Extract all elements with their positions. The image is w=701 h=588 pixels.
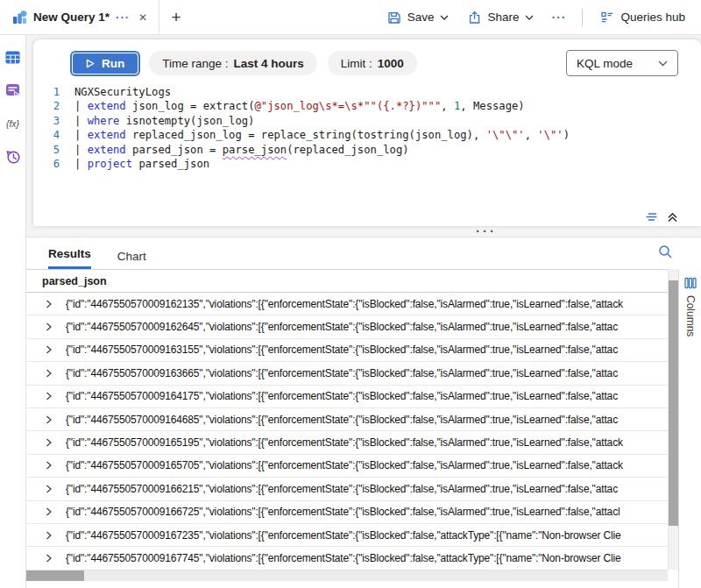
table-row[interactable]: {"id":"4467550570009162135","violations"…: [26, 293, 668, 315]
code-text: | where isnotempty(json_log): [74, 114, 254, 128]
expand-row-icon[interactable]: [45, 485, 53, 493]
time-range-value: Last 4 hours: [234, 57, 304, 70]
code-text: NGXSecurityLogs: [74, 85, 171, 99]
table-row[interactable]: {"id":"4467550570009167745","violations"…: [26, 547, 668, 570]
line-number: 4: [33, 128, 60, 142]
table-row[interactable]: {"id":"4467550570009165705","violations"…: [26, 455, 668, 478]
search-icon[interactable]: [658, 244, 673, 259]
code-line[interactable]: 3| where isnotempty(json_log): [33, 114, 692, 128]
expand-row-icon[interactable]: [45, 438, 53, 447]
queries-hub-label: Queries hub: [620, 11, 685, 24]
table-row[interactable]: {"id":"4467550570009165195","violations"…: [26, 431, 668, 454]
functions-glyph: {fx}: [6, 118, 19, 129]
expand-row-icon[interactable]: [45, 461, 53, 470]
code-line[interactable]: 5| extend parsed_json = parse_json(repla…: [33, 143, 692, 157]
query-tab[interactable]: New Query 1* ··· ✕: [0, 0, 159, 34]
tab-title: New Query 1*: [33, 11, 110, 24]
horizontal-scrollbar[interactable]: [26, 570, 668, 581]
tab-results[interactable]: Results: [48, 237, 91, 269]
query-editor-card: Run Time range : Last 4 hours Limit : 10…: [33, 39, 701, 226]
new-tab-button[interactable]: +: [159, 0, 193, 34]
expand-row-icon[interactable]: [45, 554, 53, 563]
columns-panel-tab[interactable]: Columns: [678, 269, 701, 588]
line-number: 3: [33, 114, 60, 128]
code-text: | project parsed_json: [74, 157, 209, 171]
row-json-text: {"id":"4467550570009164685","violations"…: [66, 414, 618, 426]
row-json-text: {"id":"4467550570009162645","violations"…: [66, 321, 618, 333]
more-commands-button[interactable]: ···: [544, 5, 573, 30]
kql-mode-value: KQL mode: [577, 57, 633, 70]
editor-footer-icons: [645, 211, 678, 223]
table-row[interactable]: {"id":"4467550570009163665","violations"…: [26, 362, 668, 385]
tables-icon[interactable]: [4, 47, 23, 67]
queries-hub-icon: [600, 11, 614, 25]
run-button[interactable]: Run: [72, 53, 138, 74]
code-text: | extend parsed_json = parse_json(replac…: [74, 143, 409, 157]
titlebar: New Query 1* ··· ✕ + Save Share ···: [0, 0, 701, 35]
row-json-text: {"id":"4467550570009163665","violations"…: [66, 367, 618, 379]
kql-editor[interactable]: 1NGXSecurityLogs2| extend json_log = ext…: [33, 85, 692, 200]
chevron-down-icon: [440, 15, 449, 20]
code-line[interactable]: 6| project parsed_json: [33, 157, 692, 171]
code-text: | extend json_log = extract(@"json_log\s…: [74, 99, 525, 113]
run-label: Run: [102, 57, 124, 70]
expand-row-icon[interactable]: [45, 345, 53, 354]
table-row[interactable]: {"id":"4467550570009163155","violations"…: [26, 339, 668, 362]
tab-close-icon[interactable]: ✕: [136, 10, 150, 25]
limit-pill[interactable]: Limit : 1000: [328, 51, 417, 75]
history-icon[interactable]: [4, 147, 23, 166]
table-row[interactable]: {"id":"4467550570009166725","violations"…: [26, 501, 668, 524]
expand-row-icon[interactable]: [45, 392, 53, 400]
code-line[interactable]: 1NGXSecurityLogs: [33, 85, 692, 99]
row-json-text: {"id":"4467550570009165705","violations"…: [66, 459, 623, 471]
titlebar-divider: [582, 9, 583, 26]
expand-row-icon[interactable]: [45, 322, 53, 331]
row-json-text: {"id":"4467550570009163155","violations"…: [66, 344, 618, 356]
table-header-row[interactable]: parsed_json: [26, 269, 668, 293]
table-row[interactable]: {"id":"4467550570009164175","violations"…: [26, 386, 668, 408]
functions-icon[interactable]: {fx}: [4, 114, 23, 133]
expand-row-icon[interactable]: [45, 415, 53, 424]
table-row[interactable]: {"id":"4467550570009166215","violations"…: [26, 478, 668, 500]
collapse-up-icon[interactable]: [667, 211, 678, 223]
row-json-text: {"id":"4467550570009165195","violations"…: [66, 436, 623, 449]
code-line[interactable]: 2| extend json_log = extract(@"json_log\…: [33, 99, 692, 113]
code-line[interactable]: 4| extend replaced_json_log = replace_st…: [33, 128, 692, 142]
tab-chart[interactable]: Chart: [117, 237, 146, 269]
table-row[interactable]: {"id":"4467550570009162645","violations"…: [26, 315, 668, 338]
splitter-handle-dots: ···: [476, 229, 497, 234]
play-icon: [86, 59, 95, 68]
horizontal-scrollbar-thumb[interactable]: [26, 570, 84, 581]
chevron-down-icon: [525, 15, 534, 20]
columns-icon: [684, 277, 697, 289]
save-button[interactable]: Save: [379, 5, 458, 30]
vertical-scrollbar[interactable]: [668, 269, 678, 570]
code-text: | extend replaced_json_log = replace_str…: [74, 128, 570, 142]
panel-splitter[interactable]: ···: [26, 226, 701, 237]
table-row[interactable]: {"id":"4467550570009164685","violations"…: [26, 408, 668, 431]
expand-row-icon[interactable]: [45, 369, 53, 378]
share-button[interactable]: Share: [459, 5, 542, 30]
line-number: 5: [33, 143, 60, 157]
table-row[interactable]: {"id":"4467550570009167235","violations"…: [26, 524, 668, 547]
expand-row-icon[interactable]: [45, 300, 53, 308]
query-summary-icon[interactable]: [645, 212, 659, 223]
titlebar-actions: Save Share ··· Queries hub: [379, 5, 701, 30]
row-json-text: {"id":"4467550570009166215","violations"…: [66, 483, 618, 495]
expand-row-icon[interactable]: [45, 507, 53, 516]
left-rail: {fx}: [0, 35, 26, 588]
limit-value: 1000: [378, 57, 404, 70]
vertical-scrollbar-thumb[interactable]: [669, 280, 678, 526]
row-json-text: {"id":"4467550570009167745","violations"…: [66, 552, 621, 564]
line-number: 6: [33, 157, 60, 171]
chevron-down-icon: [658, 60, 668, 67]
queries-hub-button[interactable]: Queries hub: [591, 5, 694, 30]
kql-mode-select[interactable]: KQL mode: [566, 50, 678, 76]
tab-more-icon[interactable]: ···: [116, 11, 130, 24]
queryset-icon[interactable]: [4, 81, 23, 100]
results-panel: Results Chart parsed_json {"id":"4467550…: [26, 237, 701, 588]
share-icon: [468, 11, 481, 25]
save-icon: [387, 11, 401, 25]
time-range-pill[interactable]: Time range : Last 4 hours: [149, 51, 317, 75]
expand-row-icon[interactable]: [45, 531, 53, 540]
